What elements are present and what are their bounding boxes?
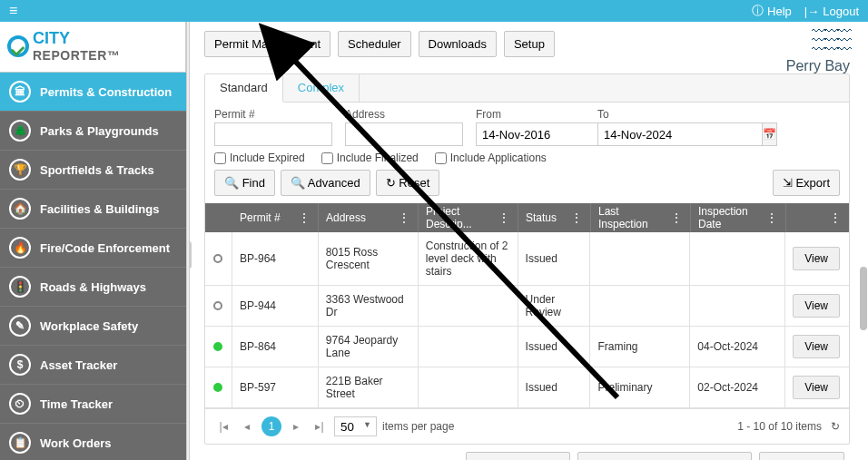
table-row[interactable]: BP-9648015 Ross CrescentConstruction of … <box>205 232 849 286</box>
address-input[interactable] <box>345 122 463 146</box>
refresh-icon[interactable]: ↻ <box>831 420 840 433</box>
permit-input[interactable] <box>214 122 332 146</box>
refresh-icon: ↻ <box>386 176 396 190</box>
cell-insp <box>690 286 785 326</box>
tab-complex[interactable]: Complex <box>283 74 360 102</box>
include-finalized-checkbox[interactable]: Include Finalized <box>321 152 419 164</box>
status-dot-icon <box>213 254 222 263</box>
scrollbar[interactable] <box>860 267 867 330</box>
include-applications-checkbox[interactable]: Include Applications <box>435 152 547 164</box>
col-menu-icon[interactable]: ⋮ <box>829 210 842 225</box>
page-prev-icon[interactable]: ◂ <box>238 417 256 436</box>
sidebar-item-time[interactable]: ⏲Time Tracker <box>0 385 186 424</box>
logout-icon: |→ <box>804 5 819 18</box>
cell-address: 3363 Westwood Dr <box>319 286 419 326</box>
from-label: From <box>476 108 585 121</box>
permit-management-button[interactable]: Permit Management <box>204 31 330 57</box>
tab-standard[interactable]: Standard <box>205 74 283 103</box>
pager-range: 1 - 10 of 10 items <box>737 420 822 433</box>
page-first-icon[interactable]: |◂ <box>214 417 232 436</box>
asset-icon: $ <box>9 354 31 376</box>
export-button[interactable]: ⇲ Export <box>773 170 840 196</box>
cell-last: Preliminary <box>590 367 690 407</box>
detail-report-pictures-button[interactable]: 🗎 Detail Report with Pictures <box>577 452 752 460</box>
cell-insp: 02-Oct-2024 <box>690 367 785 407</box>
page-size-select[interactable]: 50 <box>334 416 377 436</box>
sidebar-item-workorders[interactable]: 📋Work Orders <box>0 424 186 460</box>
col-address[interactable]: Address <box>326 211 366 224</box>
cell-permit: BP-964 <box>232 232 319 285</box>
hamburger-icon[interactable]: ≡ <box>9 3 17 19</box>
sidebar-item-workplace[interactable]: ✎Workplace Safety <box>0 307 186 346</box>
page-last-icon[interactable]: ▸| <box>311 417 329 436</box>
page-next-icon[interactable]: ▸ <box>287 417 305 436</box>
logo-line1: CITY <box>33 29 120 48</box>
logo: CITY REPORTER™ <box>0 22 186 73</box>
col-menu-icon[interactable]: ⋮ <box>398 210 410 225</box>
cell-last <box>590 232 690 285</box>
table-row[interactable]: BP-8649764 Jeopardy LaneIssuedFraming04-… <box>205 327 849 367</box>
col-menu-icon[interactable]: ⋮ <box>498 210 510 225</box>
sidebar-item-facilities[interactable]: 🏠Facilities & Buildings <box>0 190 186 229</box>
logout-link[interactable]: |→Logout <box>804 5 859 18</box>
sidebar-item-sport[interactable]: 🏆Sportfields & Tracks <box>0 151 186 190</box>
cell-permit: BP-944 <box>232 286 319 326</box>
downloads-button[interactable]: Downloads <box>419 31 497 57</box>
scheduler-button[interactable]: Scheduler <box>338 31 411 57</box>
cell-last <box>590 286 690 326</box>
col-desc[interactable]: Project Descrip... <box>426 205 498 230</box>
include-expired-checkbox[interactable]: Include Expired <box>214 152 305 164</box>
cell-last: Framing <box>590 327 690 367</box>
workplace-icon: ✎ <box>9 315 31 337</box>
view-button[interactable]: View <box>793 294 840 318</box>
sidebar-item-fire[interactable]: 🔥Fire/Code Enforcement <box>0 229 186 268</box>
status-dot-icon <box>213 342 222 351</box>
view-button[interactable]: View <box>793 247 840 270</box>
setup-button[interactable]: Setup <box>504 31 555 57</box>
sidebar-item-asset[interactable]: $Asset Tracker <box>0 346 186 385</box>
table-row[interactable]: BP-9443363 Westwood DrUnder ReviewView <box>205 286 849 327</box>
detail-report-button[interactable]: 🗎 Detail Report <box>466 452 570 460</box>
col-menu-icon[interactable]: ⋮ <box>765 210 778 225</box>
topbar: ≡ ⓘHelp |→Logout <box>0 0 868 22</box>
fire-icon: 🔥 <box>9 237 31 259</box>
table-body: BP-9648015 Ross CrescentConstruction of … <box>205 232 849 408</box>
roads-icon: 🚦 <box>9 276 31 298</box>
logo-check-icon <box>7 35 29 57</box>
waves-icon: 〰〰〰〰〰〰〰〰〰 <box>786 27 850 54</box>
page-current[interactable]: 1 <box>261 416 281 436</box>
cell-desc: Construction of 2 level deck with stairs <box>419 232 518 285</box>
summary-button[interactable]: 🗎 Summary <box>759 452 844 460</box>
col-last[interactable]: Last Inspection <box>598 205 670 230</box>
grid-panel: Standard Complex Permit # Address From � <box>204 73 850 445</box>
address-label: Address <box>345 108 463 121</box>
cell-permit: BP-597 <box>232 367 319 407</box>
org-brand: 〰〰〰〰〰〰〰〰〰 Perry Bay <box>786 27 850 74</box>
sidebar-item-permits[interactable]: 🏛Permits & Construction <box>0 73 186 112</box>
col-menu-icon[interactable]: ⋮ <box>570 210 583 225</box>
export-icon: ⇲ <box>783 176 793 190</box>
logo-line2: REPORTER™ <box>33 48 120 63</box>
calendar-icon[interactable]: 📅 <box>762 122 777 146</box>
footer-buttons: 🗎 Detail Report 🗎 Detail Report with Pic… <box>204 452 850 460</box>
cell-desc <box>419 327 518 367</box>
col-insp[interactable]: Inspection Date <box>698 205 765 230</box>
col-menu-icon[interactable]: ⋮ <box>298 210 311 225</box>
reset-button[interactable]: ↻ Reset <box>376 170 440 196</box>
col-permit[interactable]: Permit # <box>240 211 281 224</box>
col-status[interactable]: Status <box>526 211 557 224</box>
sidebar-item-parks[interactable]: 🌲Parks & Playgrounds <box>0 112 186 151</box>
view-button[interactable]: View <box>793 335 840 358</box>
cell-address: 8015 Ross Crescent <box>319 232 419 285</box>
col-menu-icon[interactable]: ⋮ <box>670 210 683 225</box>
advanced-button[interactable]: 🔍 Advanced <box>281 170 370 196</box>
to-input[interactable] <box>597 122 762 146</box>
org-name: Perry Bay <box>786 58 850 74</box>
help-link[interactable]: ⓘHelp <box>752 3 792 19</box>
sidebar: CITY REPORTER™ 🏛Permits & Construction 🌲… <box>0 22 186 460</box>
cell-desc <box>419 367 518 407</box>
sidebar-item-roads[interactable]: 🚦Roads & Highways <box>0 268 186 307</box>
find-button[interactable]: 🔍 Find <box>214 170 275 196</box>
view-button[interactable]: View <box>793 376 840 399</box>
table-row[interactable]: BP-597221B Baker StreetIssuedPreliminary… <box>205 367 849 408</box>
